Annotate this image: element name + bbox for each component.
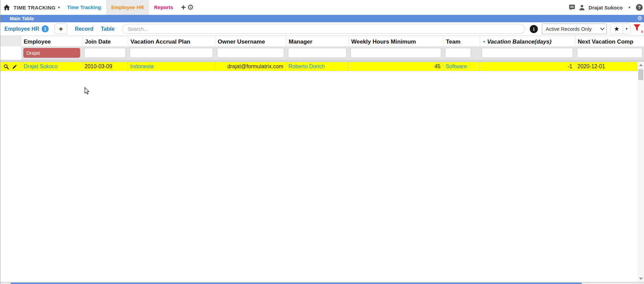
cell-employee[interactable]: Drajat Sukoco (21, 62, 82, 71)
settings-gear-icon[interactable]: ⚙ (187, 0, 194, 15)
col-header-join-date[interactable]: Join Date (82, 36, 128, 46)
cell-owner-username[interactable]: drajat@formulatrix.com (215, 62, 286, 71)
filter-join-date[interactable] (84, 48, 126, 58)
header-divider (0, 60, 644, 62)
records-view-select[interactable]: Active Records Only (542, 24, 607, 34)
home-icon[interactable] (3, 4, 10, 11)
col-header-manager[interactable]: Manager (286, 36, 349, 46)
table-menu[interactable]: Table (101, 26, 115, 32)
favorite-star-button[interactable]: ★ (611, 24, 623, 34)
app-window: TIME TRACKING ▾ Time Tracking Employee H… (0, 0, 644, 284)
record-menu[interactable]: Record (75, 26, 93, 32)
favorite-caret-button[interactable]: ▾ (623, 24, 630, 34)
filter-manager[interactable] (288, 48, 347, 58)
filter-vacation-balance[interactable] (482, 48, 573, 58)
cell-next-vacation-comp[interactable]: 2020-12-01 (575, 62, 638, 71)
user-menu-caret-icon[interactable]: ▾ (628, 5, 630, 10)
filter-vacation-accrual-plan[interactable] (130, 48, 213, 58)
cell-manager[interactable]: Roberto Dorich (286, 62, 349, 71)
sheet-bar: Main Table ⚙ (0, 15, 644, 22)
horizontal-scrollbar[interactable] (0, 282, 644, 284)
view-record-magnifier-icon[interactable] (3, 64, 9, 70)
scroll-down-arrow-icon[interactable] (638, 276, 644, 282)
filter-employee[interactable]: Drajat (23, 48, 80, 58)
row-gutter-header (0, 36, 21, 46)
col-header-owner-username[interactable]: Owner Username (215, 36, 286, 46)
vertical-scrollbar[interactable] (638, 62, 644, 282)
chevron-down-icon (600, 26, 604, 30)
cell-join-date[interactable]: 2010-03-09 (82, 62, 128, 71)
records-view-value: Active Records Only (546, 26, 592, 32)
tab-reports[interactable]: Reports (149, 0, 178, 15)
vertical-scroll-thumb[interactable] (638, 69, 643, 80)
cell-weekly-hours-minimum[interactable]: 45 (349, 62, 443, 71)
app-title-caret-icon[interactable]: ▾ (58, 5, 60, 10)
sort-desc-icon: ▼ (482, 40, 486, 44)
info-icon[interactable]: i (530, 25, 538, 33)
search-input[interactable] (122, 24, 525, 34)
col-header-employee[interactable]: Employee (21, 36, 82, 46)
col-header-vacation-accrual-plan[interactable]: Vacation Accrual Plan (128, 36, 215, 46)
user-avatar-icon[interactable] (579, 4, 585, 11)
col-header-team[interactable]: Team (443, 36, 480, 46)
scroll-up-arrow-icon[interactable] (638, 62, 644, 68)
table-header: Employee Join Date Vacation Accrual Plan… (0, 36, 644, 60)
filter-team[interactable] (445, 48, 471, 58)
sheet-gear-icon[interactable]: ⚙ (637, 15, 642, 22)
app-title[interactable]: TIME TRACKING (14, 5, 55, 10)
clear-filter-x-icon: x (641, 30, 643, 33)
cell-vacation-balance[interactable]: -1 (480, 62, 575, 71)
tab-time-tracking[interactable]: Time Tracking (62, 0, 106, 15)
help-icon[interactable]: ? (636, 4, 643, 11)
filter-row: Drajat (21, 46, 644, 60)
chat-icon[interactable] (569, 4, 575, 11)
clear-filter-button[interactable]: x (633, 24, 643, 34)
filter-next-vacation-comp[interactable] (577, 48, 642, 58)
sheet-title: Main Table (10, 16, 34, 21)
col-header-vacation-balance[interactable]: ▼Vacation Balance(days) (480, 36, 575, 46)
edit-record-pencil-icon[interactable] (12, 64, 17, 69)
filter-owner-username[interactable] (217, 48, 284, 58)
col-header-weekly-hours-minimum[interactable]: Weekly Hours Minimum (349, 36, 443, 46)
mouse-cursor (85, 87, 90, 97)
new-record-button[interactable]: + (54, 24, 67, 34)
sheet-name-link[interactable]: Employee HR (4, 26, 39, 32)
horizontal-scroll-thumb[interactable] (10, 283, 582, 284)
cell-vacation-accrual-plan[interactable]: Indonesia (128, 62, 215, 71)
table-row[interactable]: Drajat Sukoco 2010-03-09 Indonesia draja… (0, 62, 638, 71)
record-count-badge: 1 (42, 25, 49, 32)
filter-weekly-hours-minimum[interactable] (351, 48, 441, 58)
col-header-next-vacation-comp[interactable]: Next Vacation Comp (575, 36, 644, 46)
top-nav: TIME TRACKING ▾ Time Tracking Employee H… (0, 0, 644, 15)
add-tab-icon[interactable]: + (181, 0, 186, 15)
toolbar: Employee HR 1 + Record Table i Active Re… (0, 22, 644, 36)
user-name[interactable]: Drajat Sukoco (589, 5, 623, 10)
tab-employee-hr[interactable]: Employee HR (106, 0, 149, 15)
cell-team[interactable]: Software (443, 62, 480, 71)
